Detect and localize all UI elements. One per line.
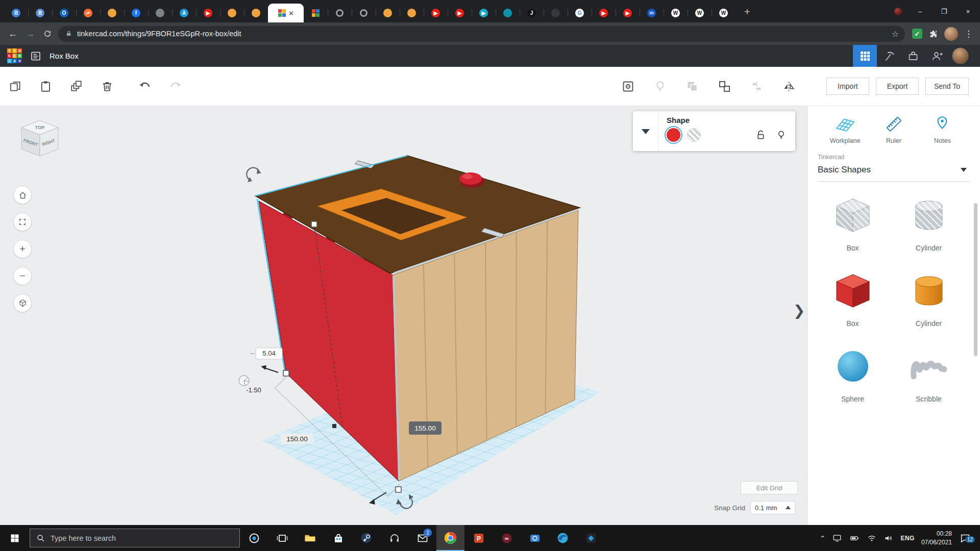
taskbar-app-edge[interactable] [549, 525, 577, 551]
extension-check-icon[interactable]: ✓ [912, 29, 922, 39]
browser-tab[interactable] [376, 4, 400, 22]
back-button[interactable]: ← [4, 25, 21, 42]
language-indicator[interactable]: ENG [900, 535, 915, 542]
taskbar-app-video-app[interactable] [521, 525, 549, 551]
browser-tab[interactable]: B [28, 4, 52, 22]
copy-button[interactable] [7, 78, 23, 94]
url-text[interactable]: tinkercad.com/things/9FBOR1eSGpR-rox-box… [77, 30, 883, 38]
duplicate-button[interactable] [68, 78, 85, 94]
taskbar-app-cortana[interactable] [240, 525, 268, 551]
shape-tile[interactable]: Box [817, 269, 889, 328]
group-button[interactable] [684, 78, 700, 94]
window-minimize-button[interactable]: – [908, 0, 932, 22]
browser-tab[interactable] [304, 4, 328, 22]
search-input[interactable] [51, 534, 233, 542]
browser-tab[interactable]: B [4, 4, 28, 22]
snap-grid-select[interactable]: 0.1 mm [750, 501, 795, 514]
browser-tab[interactable]: ▶ [592, 4, 616, 22]
ungroup-button[interactable] [716, 78, 732, 94]
browser-tab[interactable]: J [520, 4, 544, 22]
shape-tile[interactable]: Scribble [893, 345, 965, 403]
window-close-button[interactable]: × [956, 0, 980, 22]
transparent-swatch[interactable] [687, 128, 701, 142]
move-arrow[interactable] [261, 365, 278, 372]
new-tab-button[interactable]: + [739, 3, 756, 20]
tinkercad-logo[interactable]: TINKERCAD [7, 48, 22, 63]
browser-tab[interactable] [544, 4, 568, 22]
taskbar-app-task-view[interactable] [268, 525, 296, 551]
browser-tab[interactable]: W [664, 4, 688, 22]
show-all-button[interactable] [620, 78, 636, 94]
browser-tab[interactable]: G [568, 4, 592, 22]
browser-tab[interactable] [352, 4, 376, 22]
browser-profile-avatar[interactable] [944, 27, 958, 41]
zoom-out-button[interactable]: − [13, 267, 32, 285]
tray-battery-icon[interactable] [849, 533, 860, 543]
send-to-button[interactable]: Send To [925, 78, 969, 95]
browser-tab[interactable] [328, 4, 352, 22]
browser-tab[interactable]: A [172, 4, 196, 22]
tab-close-icon[interactable]: × [289, 9, 293, 17]
paste-button[interactable] [38, 78, 54, 94]
site-lock-icon[interactable] [65, 30, 72, 37]
panel-collapse-chevron[interactable]: ❯ [793, 302, 805, 319]
taskbar-app-file-explorer[interactable] [296, 525, 324, 551]
ruler-tool[interactable]: Ruler [869, 114, 918, 144]
browser-tab[interactable]: f [124, 4, 148, 22]
start-button[interactable] [0, 525, 30, 551]
dashboard-grid-button[interactable] [853, 45, 877, 67]
browser-tab[interactable]: ▶ [448, 4, 472, 22]
browser-tab[interactable]: W [712, 4, 736, 22]
taskbar-app-infinity-app[interactable]: ∞ [493, 525, 521, 551]
import-button[interactable]: Import [826, 78, 869, 95]
taskbar-app-chrome[interactable] [436, 525, 464, 551]
mirror-button[interactable] [780, 78, 797, 94]
taskbar-app-powerpoint[interactable]: P [464, 525, 493, 551]
extensions-puzzle-icon[interactable] [928, 29, 938, 39]
zoom-in-button[interactable]: + [13, 240, 32, 258]
lock-open-icon[interactable] [755, 129, 767, 141]
design-menu-icon[interactable] [30, 51, 41, 62]
url-omnibox[interactable]: tinkercad.com/things/9FBOR1eSGpR-rox-box… [58, 26, 905, 42]
delete-button[interactable] [99, 78, 115, 94]
mid-scale-handle[interactable] [332, 424, 336, 428]
tray-volume-icon[interactable] [884, 533, 894, 543]
browser-tab[interactable]: ▶ [196, 4, 220, 22]
bookmark-star-icon[interactable]: ☆ [888, 29, 903, 39]
browser-tab[interactable]: cP [76, 4, 100, 22]
perspective-toggle-button[interactable] [13, 294, 32, 312]
shape-tile[interactable]: Box [817, 194, 889, 252]
taskbar-app-mail[interactable]: 2 [408, 525, 436, 551]
browser-tab[interactable]: O [52, 4, 76, 22]
hidden-icons-chevron[interactable]: ⌃ [820, 534, 826, 542]
tray-wifi-icon[interactable] [867, 533, 877, 543]
taskbar-search[interactable] [30, 529, 240, 547]
invite-people-button[interactable] [925, 45, 949, 67]
workplane-tool[interactable]: Workplane [821, 114, 869, 144]
browser-profile-sphere-icon[interactable] [894, 8, 902, 15]
notes-tool[interactable]: Notes [918, 114, 967, 144]
panel-scrollbar[interactable] [974, 203, 977, 356]
light-bulb-button[interactable] [652, 78, 668, 94]
redo-button[interactable] [167, 78, 184, 94]
shape-library-dropdown[interactable]: Basic Shapes [818, 161, 970, 182]
browser-tab[interactable]: W [688, 4, 712, 22]
browser-tab[interactable]: ▶ [616, 4, 640, 22]
tray-monitor-icon[interactable] [832, 533, 842, 543]
align-button[interactable] [748, 78, 765, 94]
browser-tab[interactable]: ▶ [472, 4, 496, 22]
browser-tab[interactable]: ▶ [424, 4, 448, 22]
refresh-button[interactable] [39, 25, 56, 42]
browser-tab[interactable] [148, 4, 172, 22]
minecraft-tools-button[interactable] [877, 45, 901, 67]
design-canvas[interactable]: 5.04 -1.50 150.00 155.00 [0, 106, 807, 525]
browser-tab[interactable] [400, 4, 424, 22]
taskbar-app-diamond-app[interactable] [577, 525, 605, 551]
window-maximize-button[interactable]: ❐ [932, 0, 956, 22]
light-bulb-icon[interactable] [775, 129, 787, 141]
browser-menu-icon[interactable]: ⋮ [964, 29, 973, 39]
view-cube[interactable]: TOP FRONT RIGHT [14, 117, 65, 163]
browser-tab[interactable] [220, 4, 244, 22]
browser-tab[interactable] [244, 4, 268, 22]
action-center-button[interactable]: 12 [959, 533, 975, 544]
